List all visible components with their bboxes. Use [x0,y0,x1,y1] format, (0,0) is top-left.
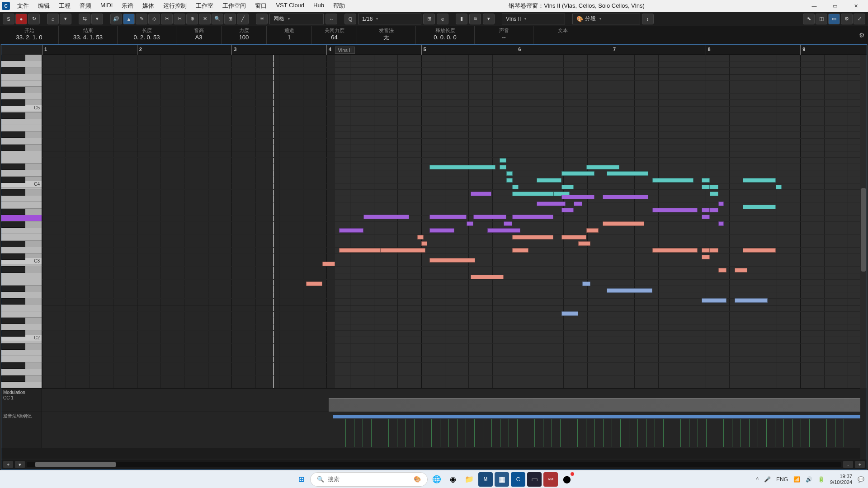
midi-note[interactable] [561,208,574,212]
menu-item[interactable]: 工作空间 [218,0,250,11]
info-gear-icon[interactable]: ⚙ [855,26,868,44]
piano-key[interactable] [1,228,42,234]
solo-button[interactable]: S [3,14,14,24]
info-cell[interactable]: 结束33. 4. 1. 53 [59,26,118,44]
menu-item[interactable]: 媒体 [138,0,159,11]
maximize-button[interactable]: ▭ [825,0,845,12]
menu-item[interactable]: MIDI [96,0,117,11]
midi-note[interactable] [429,228,454,233]
midi-note[interactable] [500,158,506,163]
piano-key[interactable] [1,382,42,388]
quantize-select[interactable]: 1/16▾ [358,14,421,24]
layers-icon[interactable]: ≋ [469,14,481,24]
piano-key[interactable] [1,177,25,183]
piano-key[interactable] [1,356,42,362]
midi-note[interactable] [561,195,594,199]
menu-item[interactable]: 编辑 [33,0,54,11]
zoom-out-h[interactable]: - [843,461,853,468]
window-pin-icon[interactable]: ⬉ [803,14,815,24]
midi-note[interactable] [561,171,594,176]
midi-note[interactable] [363,215,409,219]
midi-note[interactable] [471,275,504,279]
menu-item[interactable]: 音频 [75,0,96,11]
midi-note[interactable] [512,192,553,196]
midi-note[interactable] [306,282,322,286]
connect-icon[interactable]: ⇆ [79,14,90,24]
midi-note[interactable] [603,221,644,226]
midi-note[interactable] [702,248,710,253]
menu-item[interactable]: 文件 [13,0,33,11]
piano-key[interactable] [1,279,42,286]
midi-note[interactable] [537,202,566,206]
midi-note[interactable] [561,235,586,239]
midi-note[interactable] [710,192,718,196]
lang-indicator[interactable]: ENG [776,476,788,483]
piano-key[interactable] [1,234,42,240]
midi-note[interactable] [421,241,427,246]
menu-item[interactable]: Hub [309,0,329,11]
piano-key[interactable] [1,119,42,125]
piano-key[interactable] [1,298,25,305]
app2-icon[interactable]: ▦ [495,472,509,487]
close-button[interactable]: ✕ [845,0,866,12]
cc-lane-header[interactable]: ModulationCC 1 [1,389,42,412]
piano-key[interactable] [1,157,42,164]
piano-key[interactable] [1,343,25,350]
minimize-button[interactable]: — [804,0,825,12]
midi-note[interactable] [417,235,424,239]
midi-note[interactable] [586,228,599,233]
piano-key[interactable] [1,305,42,311]
piano-key[interactable] [1,221,25,228]
cc-lane-body[interactable] [42,389,860,412]
midi-note[interactable] [652,178,693,183]
midi-note[interactable] [710,208,718,212]
piano-key[interactable] [1,286,25,292]
midi-note[interactable] [702,215,710,219]
midi-note[interactable] [504,221,512,226]
lane-menu-button[interactable]: ▾ [15,461,25,468]
cubase-icon[interactable]: C [511,472,525,487]
piano-key[interactable] [1,131,25,138]
midi-note[interactable] [710,248,718,253]
piano-key[interactable] [1,241,25,247]
piano-key[interactable] [1,145,25,151]
midi-note[interactable] [471,192,491,196]
piano-key[interactable] [1,189,25,196]
volume-icon[interactable]: 🔊 [806,476,812,483]
dropdown-icon[interactable]: ▾ [60,14,71,24]
mute-tool[interactable]: ✕ [199,14,211,24]
explorer-icon[interactable]: 📁 [462,472,476,487]
line-tool[interactable]: ╱ [237,14,249,24]
quantize-apply[interactable]: ⊞ [423,14,435,24]
midi-note[interactable] [512,185,519,189]
speaker-icon[interactable]: 🔊 [110,14,122,24]
draw-tool[interactable]: ✎ [136,14,147,24]
piano-key[interactable] [1,311,42,318]
record-button[interactable]: ● [15,14,27,24]
app3-icon[interactable]: ▭ [527,472,542,487]
midi-note[interactable] [718,202,724,206]
clock[interactable]: 19:37 9/10/2024 [830,474,852,485]
info-cell[interactable]: 声音-- [475,26,533,44]
piano-key[interactable] [1,67,25,74]
loop-button[interactable]: ↻ [28,14,40,24]
midi-note[interactable] [652,248,698,253]
split-tool[interactable]: ✂ [174,14,185,24]
menu-item[interactable]: 工程 [54,0,75,11]
art-lane-body[interactable] [42,412,860,448]
menu-item[interactable]: 帮助 [329,0,349,11]
snap-toggle[interactable]: ✳ [256,14,268,24]
home-icon[interactable]: ⌂ [47,14,59,24]
midi-note[interactable] [735,268,747,272]
midi-note[interactable] [574,202,582,206]
midi-note[interactable] [586,165,619,169]
midi-note[interactable] [380,248,425,253]
add-lane-button[interactable]: + [3,461,13,468]
midi-note[interactable] [743,248,776,253]
piano-key[interactable] [1,362,25,369]
piano-key[interactable] [1,80,42,87]
midi-note[interactable] [322,262,335,266]
midi-note[interactable] [710,185,718,189]
piano-key[interactable] [1,215,42,221]
color-mode-select[interactable]: 🎨分段▾ [572,14,640,24]
